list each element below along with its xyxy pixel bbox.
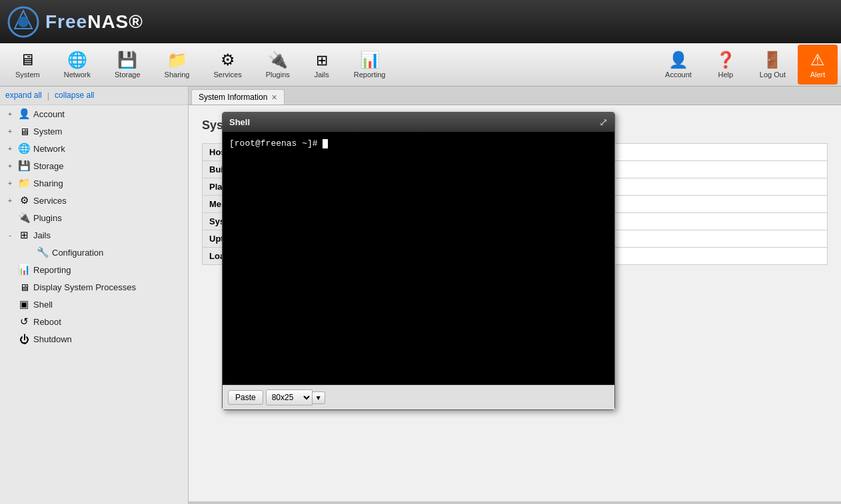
terminal-cursor <box>323 139 328 148</box>
sidebar-jails-label: Jails <box>33 230 51 240</box>
sidebar-item-services[interactable]: + Services <box>0 192 188 209</box>
toggle-account[interactable]: + <box>5 109 15 119</box>
toggle-network[interactable]: + <box>5 144 15 153</box>
toolbar-reporting-label: Reporting <box>354 71 386 79</box>
sidebar-item-configuration[interactable]: Configuration <box>0 244 188 261</box>
sidebar-shutdown-label: Shutdown <box>33 334 72 344</box>
toggle-storage[interactable]: + <box>5 161 15 170</box>
toggle-jails[interactable]: - <box>5 230 15 240</box>
toolbar-help[interactable]: Help <box>704 45 748 85</box>
toolbar-logout[interactable]: Log Out <box>748 45 798 85</box>
plugins-sidebar-icon <box>17 211 31 224</box>
storage-icon <box>117 51 137 69</box>
toolbar-jails[interactable]: Jails <box>302 45 342 85</box>
toolbar-reporting[interactable]: Reporting <box>342 45 398 85</box>
plugins-icon <box>268 51 288 69</box>
expand-all-link[interactable]: expand all <box>5 91 42 101</box>
shutdown-sidebar-icon <box>17 332 31 346</box>
sidebar-item-shell[interactable]: Shell <box>0 296 188 313</box>
toolbar-alert[interactable]: Alert <box>798 45 838 85</box>
services-icon <box>221 51 235 69</box>
toolbar-network[interactable]: Network <box>52 45 103 85</box>
shell-maximize-button[interactable]: ⤢ <box>599 116 608 128</box>
network-sidebar-icon <box>17 142 31 155</box>
toggle-reboot <box>5 317 15 326</box>
header: FreeNAS® <box>0 0 841 43</box>
content-area: System Information × System Information … <box>189 87 841 504</box>
sidebar-item-system[interactable]: + System <box>0 123 188 140</box>
toggle-shell <box>5 300 15 309</box>
sidebar-item-shutdown[interactable]: Shutdown <box>0 330 188 348</box>
storage-sidebar-icon <box>17 159 31 172</box>
sidebar-item-jails[interactable]: - Jails <box>0 226 188 244</box>
sidebar-item-display-system[interactable]: Display System Processes <box>0 278 188 296</box>
collapse-all-link[interactable]: collapse all <box>55 91 94 101</box>
sidebar-item-storage[interactable]: + Storage <box>0 157 188 174</box>
shell-title: Shell <box>229 117 250 127</box>
account-sidebar-icon <box>17 107 31 121</box>
sharing-icon <box>167 51 187 69</box>
sidebar-item-network[interactable]: + Network <box>0 140 188 157</box>
shell-dialog: Shell ⤢ [root@freenas ~]# Paste 80x25 80… <box>222 112 615 410</box>
sidebar-item-reboot[interactable]: Reboot <box>0 313 188 330</box>
help-icon <box>716 51 736 69</box>
shell-titlebar: Shell ⤢ <box>223 113 614 132</box>
sidebar-network-label: Network <box>33 144 65 154</box>
toggle-sharing[interactable]: + <box>5 178 15 188</box>
toolbar-logout-label: Log Out <box>760 71 786 79</box>
sidebar-item-plugins[interactable]: Plugins <box>0 209 188 226</box>
logout-icon <box>762 51 782 69</box>
sidebar-item-account[interactable]: + Account <box>0 105 188 123</box>
toolbar-sharing-label: Sharing <box>165 71 190 79</box>
toolbar-services[interactable]: Services <box>201 45 253 85</box>
logo-text: FreeNAS® <box>45 11 143 33</box>
alert-icon <box>810 51 825 69</box>
system-sidebar-icon <box>17 125 31 138</box>
toolbar-account-label: Account <box>665 71 692 79</box>
toolbar-system[interactable]: System <box>3 45 52 85</box>
sidebar-item-sharing[interactable]: + Sharing <box>0 174 188 192</box>
toggle-system[interactable]: + <box>5 126 15 136</box>
services-sidebar-icon <box>17 194 31 207</box>
toolbar-alert-label: Alert <box>810 71 826 79</box>
logo-icon <box>7 5 40 39</box>
toolbar-plugins[interactable]: Plugins <box>254 45 302 85</box>
toolbar-sharing[interactable]: Sharing <box>153 45 202 85</box>
reboot-sidebar-icon <box>17 315 31 328</box>
sharing-sidebar-icon <box>17 176 31 190</box>
toolbar: System Network Storage Sharing Services … <box>0 43 841 87</box>
reporting-sidebar-icon <box>17 263 31 276</box>
size-select[interactable]: 80x25 80x40 132x25 132x40 <box>266 389 313 405</box>
shell-sidebar-icon <box>17 298 31 311</box>
toggle-config <box>24 248 33 257</box>
sidebar: expand all | collapse all + Account + Sy… <box>0 87 189 504</box>
account-icon <box>668 51 688 69</box>
toolbar-help-label: Help <box>718 71 734 79</box>
system-icon <box>19 51 35 69</box>
toolbar-services-label: Services <box>213 71 241 79</box>
tab-system-info[interactable]: System Information × <box>191 89 285 105</box>
size-dropdown-button[interactable]: ▼ <box>313 391 325 404</box>
toggle-reporting <box>5 265 15 274</box>
content-body: System Information Hostname Build Platfo… <box>189 105 841 501</box>
svg-point-2 <box>18 17 29 27</box>
sidebar-separator: | <box>47 91 49 101</box>
toggle-services[interactable]: + <box>5 196 15 205</box>
display-sidebar-icon <box>17 280 31 294</box>
paste-button[interactable]: Paste <box>228 390 263 405</box>
size-select-wrapper: 80x25 80x40 132x25 132x40 ▼ <box>266 389 325 405</box>
tab-close-button[interactable]: × <box>271 93 277 102</box>
sidebar-reporting-label: Reporting <box>33 265 71 275</box>
sidebar-item-reporting[interactable]: Reporting <box>0 261 188 278</box>
toolbar-account[interactable]: Account <box>653 45 704 85</box>
sidebar-toolbar: expand all | collapse all <box>0 87 188 105</box>
sidebar-system-label: System <box>33 126 62 136</box>
shell-terminal[interactable]: [root@freenas ~]# <box>223 132 614 385</box>
sidebar-services-label: Services <box>33 196 67 206</box>
sidebar-sharing-label: Sharing <box>33 178 63 188</box>
network-icon <box>67 51 87 69</box>
toolbar-storage[interactable]: Storage <box>103 45 153 85</box>
logo: FreeNAS® <box>7 5 143 39</box>
sidebar-configuration-label: Configuration <box>52 248 103 258</box>
sidebar-shell-label: Shell <box>33 300 53 310</box>
